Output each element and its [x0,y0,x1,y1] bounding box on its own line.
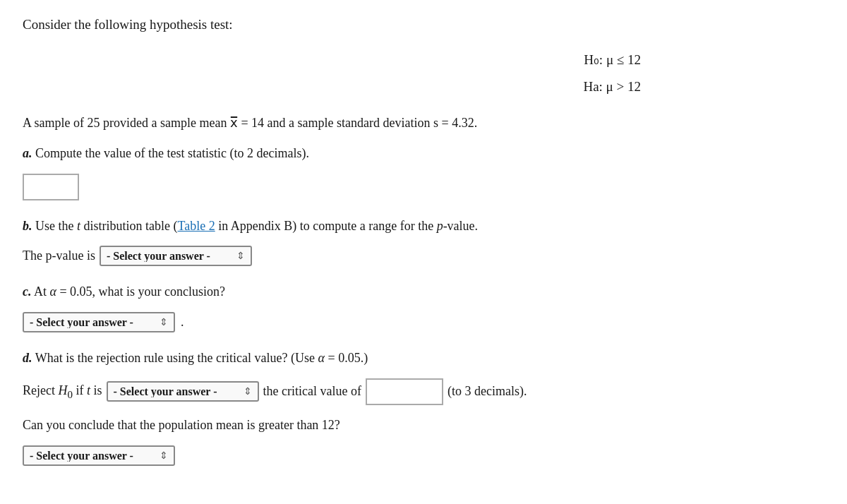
reject-rule-select[interactable]: - Select your answer - greater than or e… [114,385,241,397]
test-statistic-input[interactable] [23,174,79,200]
part-c-desc: At α = 0.05, what is your conclusion? [34,284,225,299]
pvalue-select-arrow: ⇕ [236,250,245,262]
part-a-text: a. Compute the value of the test statist… [23,143,824,164]
conclude-text: Can you conclude that the population mea… [23,415,824,436]
reject-rule-arrow: ⇕ [244,385,252,397]
pvalue-label: The p-value is [23,248,95,263]
part-b-section: b. Use the t distribution table (Table 2… [23,216,824,267]
page-title: Consider the following hypothesis test: [23,17,824,32]
part-d-text: d. What is the rejection rule using the … [23,348,824,368]
conclude-select[interactable]: - Select your answer - Yes No [30,450,157,462]
conclude-row: - Select your answer - Yes No ⇕ [23,445,824,466]
period-c: . [181,315,184,330]
pvalue-row: The p-value is - Select your answer - le… [23,246,824,266]
part-b-desc3: in Appendix B) to compute a range for th… [215,219,437,233]
part-b-text: b. Use the t distribution table (Table 2… [23,216,824,236]
part-b-desc2: distribution table ( [80,219,177,233]
part-b-desc1: Use the [35,219,77,233]
conclusion-row: - Select your answer - Reject H0 Do not … [23,312,824,332]
pvalue-select-wrapper[interactable]: - Select your answer - less than .005 be… [100,246,252,266]
table2-link[interactable]: Table 2 [177,219,215,233]
part-d-section: d. What is the rejection rule using the … [23,348,824,466]
conclude-select-arrow: ⇕ [160,450,168,462]
reject-rule-select-wrapper[interactable]: - Select your answer - greater than or e… [107,381,259,402]
reject-rule-row: Reject H0 if t is - Select your answer -… [23,378,824,405]
h0-text: H₀: μ ≤ 12 [23,47,641,73]
decimals-label: (to 3 decimals). [447,384,527,399]
ha-text: Ha: μ > 12 [23,73,641,100]
part-c-text: c. At α = 0.05, what is your conclusion? [23,282,824,302]
pvalue-select[interactable]: - Select your answer - less than .005 be… [107,250,234,262]
part-c-label: c. [23,284,32,299]
conclusion-select-wrapper[interactable]: - Select your answer - Reject H0 Do not … [23,312,175,332]
part-d-label: d. [23,351,32,365]
critical-value-label: the critical value of [263,384,361,399]
part-b-desc4: -value. [443,219,478,233]
part-a-label: a. [23,146,32,160]
part-a-description: Compute the value of the test statistic … [35,146,309,160]
part-a-input-block [23,174,824,200]
hypotheses-block: H₀: μ ≤ 12 Ha: μ > 12 [23,47,641,100]
part-b-label: b. [23,219,32,233]
conclusion-select[interactable]: - Select your answer - Reject H0 Do not … [30,316,157,328]
conclude-select-wrapper[interactable]: - Select your answer - Yes No ⇕ [23,445,175,466]
sample-description: A sample of 25 provided a sample mean x̅… [23,113,824,133]
critical-value-input[interactable] [366,378,443,405]
part-d-desc: What is the rejection rule using the cri… [35,351,368,365]
part-c-section: c. At α = 0.05, what is your conclusion?… [23,282,824,332]
conclusion-select-arrow: ⇕ [160,316,168,328]
reject-label: Reject H0 if t is [23,383,102,401]
p-symbol: p [437,219,443,233]
part-a-section: a. Compute the value of the test statist… [23,143,824,200]
